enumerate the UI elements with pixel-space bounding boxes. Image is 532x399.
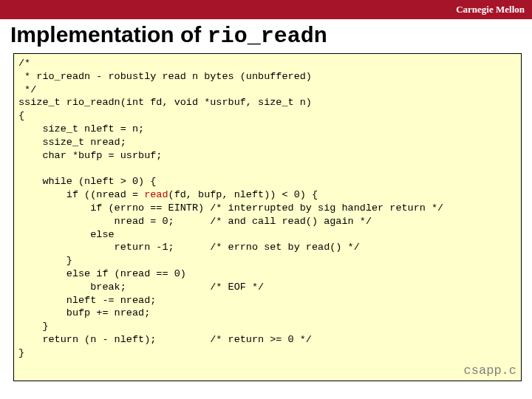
code-line: size_t nleft = n;: [18, 123, 144, 134]
university-label: Carnegie Mellon: [456, 4, 525, 16]
code-line: break; /* EOF */: [18, 282, 264, 293]
code-line: char *bufp = usrbuf;: [18, 150, 162, 161]
code-line: return (n - nleft); /* return >= 0 */: [18, 334, 312, 345]
code-line: while (nleft > 0) {: [18, 176, 156, 187]
code-line: ssize_t rio_readn(int fd, void *usrbuf, …: [18, 97, 312, 108]
code-line: nleft -= nread;: [18, 295, 156, 306]
code-line: * rio_readn - robustly read n bytes (unb…: [18, 71, 312, 82]
code-line: (fd, bufp, nleft)) < 0) {: [168, 189, 318, 200]
code-line: else if (nread == 0): [18, 268, 186, 279]
code-line: */: [18, 84, 36, 95]
code-line: {: [18, 110, 24, 121]
title-prefix: Implementation of: [10, 22, 208, 47]
code-line: }: [18, 347, 24, 358]
header-bar: Carnegie Mellon: [0, 0, 532, 19]
source-file-label: csapp.c: [464, 363, 516, 379]
code-line: bufp += nread;: [18, 307, 150, 318]
code-keyword-read: read: [144, 189, 168, 200]
code-line: /*: [18, 58, 30, 69]
code-line: else: [18, 229, 115, 240]
code-line: nread = 0; /* and call read() again */: [18, 216, 372, 227]
code-line: ssize_t nread;: [18, 137, 126, 148]
code-line: if ((nread =: [18, 189, 144, 200]
code-line: }: [18, 255, 72, 266]
code-line: return -1; /* errno set by read() */: [18, 242, 360, 253]
code-line: if (errno == EINTR) /* interrupted by si…: [18, 202, 443, 214]
code-line: }: [18, 321, 49, 332]
title-func: rio_readn: [208, 24, 327, 49]
slide-title: Implementation of rio_readn: [0, 19, 532, 52]
code-block: /* * rio_readn - robustly read n bytes (…: [13, 53, 522, 381]
